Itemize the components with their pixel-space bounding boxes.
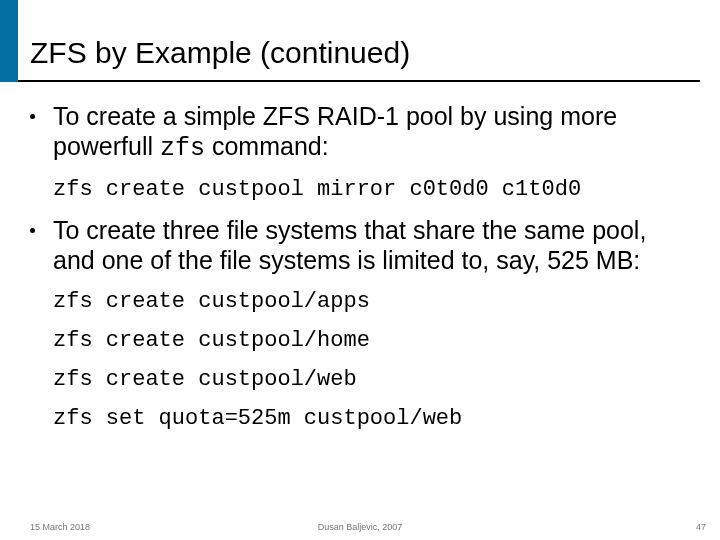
code-line: zfs create custpool/web	[53, 367, 690, 392]
bullet-item: To create three file systems that share …	[30, 216, 690, 275]
code-line: zfs create custpool/home	[53, 328, 690, 353]
code-line: zfs set quota=525m custpool/web	[53, 406, 690, 431]
accent-bar	[0, 0, 18, 82]
bullet-text: To create three file systems that share …	[53, 216, 690, 275]
code-line: zfs create custpool mirror c0t0d0 c1t0d0	[53, 177, 690, 202]
text-run: To create a simple ZFS RAID-1 pool by us…	[53, 102, 617, 160]
slide-title: ZFS by Example (continued)	[30, 36, 410, 70]
inline-code: zfs	[160, 134, 205, 163]
bullet-item: To create a simple ZFS RAID-1 pool by us…	[30, 102, 690, 163]
text-run: command:	[205, 132, 329, 160]
text-run: To create three file systems that share …	[53, 216, 646, 274]
footer-page-number: 47	[696, 522, 706, 532]
code-block: zfs create custpool/apps zfs create cust…	[53, 289, 690, 431]
code-line: zfs create custpool/apps	[53, 289, 690, 314]
bullet-dot-icon	[30, 228, 35, 233]
slide-content: To create a simple ZFS RAID-1 pool by us…	[30, 102, 690, 445]
footer-author: Dusan Baljevic, 2007	[0, 522, 720, 532]
horizontal-rule	[18, 80, 700, 82]
bullet-text: To create a simple ZFS RAID-1 pool by us…	[53, 102, 690, 163]
bullet-dot-icon	[30, 114, 35, 119]
